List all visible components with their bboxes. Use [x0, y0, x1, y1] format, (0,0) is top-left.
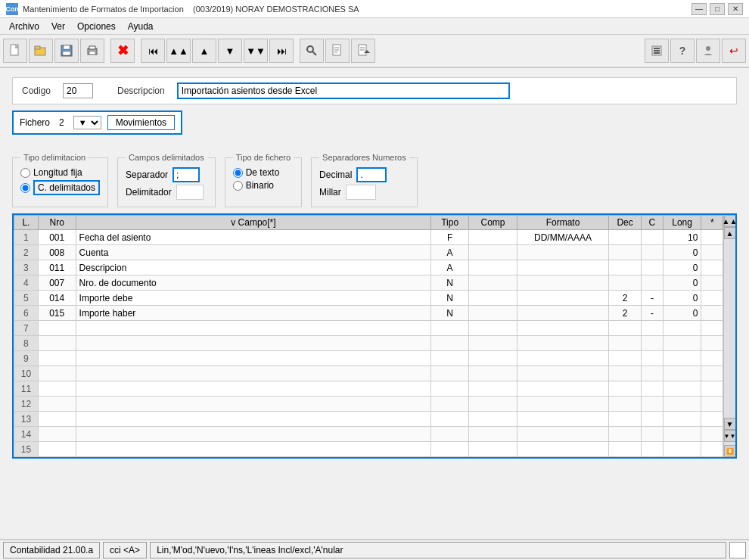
open-button[interactable]: [29, 39, 53, 63]
table-row[interactable]: 3 011 Descripcion A 0: [14, 260, 723, 275]
table-row[interactable]: 7: [14, 321, 723, 336]
table-row[interactable]: 12: [14, 397, 723, 412]
cell-campo: [76, 381, 431, 397]
header-dec: Dec: [609, 216, 642, 230]
menu-opciones[interactable]: Opciones: [71, 20, 122, 33]
scroll-down-mid-button[interactable]: ▼▼: [724, 430, 736, 442]
cell-tipo: [431, 412, 469, 427]
cell-star: [701, 260, 723, 275]
c-delimitados-radio[interactable]: [20, 183, 30, 193]
binario-label[interactable]: Binario: [246, 180, 274, 191]
svg-point-23: [706, 46, 710, 51]
config-button[interactable]: [645, 39, 669, 63]
prev-fast-button[interactable]: ▲▲: [166, 39, 191, 63]
new-doc-button[interactable]: [3, 39, 27, 63]
titlebar: Con Mantenimiento de Formatos de Importa…: [0, 0, 749, 18]
tipo-fichero-legend: Tipo de fichero: [233, 153, 294, 162]
cell-comp: [469, 260, 517, 275]
minimize-button[interactable]: —: [692, 3, 707, 15]
table-row[interactable]: 1 001 Fecha del asiento F DD/MM/AAAA 10: [14, 230, 723, 245]
separador-input[interactable]: [172, 167, 200, 182]
table-wrapper: L. Nro v Campo[*] Tipo Comp Formato Dec …: [14, 215, 735, 457]
last-button[interactable]: ⏭: [269, 39, 294, 63]
cell-star: [701, 336, 723, 351]
cell-tipo: A: [431, 260, 469, 275]
cell-campo: Importe debe: [76, 291, 431, 306]
close-button[interactable]: ✕: [728, 3, 743, 15]
exit-button[interactable]: ↩: [722, 39, 746, 63]
table-row[interactable]: 14: [14, 427, 723, 442]
cell-formato: [517, 412, 609, 427]
table-row[interactable]: 2 008 Cuenta A 0: [14, 245, 723, 260]
cell-comp: [469, 275, 517, 291]
svg-rect-21: [654, 50, 660, 51]
cell-formato: [517, 260, 609, 275]
help-button[interactable]: ?: [670, 39, 695, 63]
restore-button[interactable]: □: [710, 3, 725, 15]
cell-line: 2: [14, 245, 39, 260]
decimal-input[interactable]: [356, 167, 387, 182]
print-button[interactable]: [80, 39, 104, 63]
menu-ver[interactable]: Ver: [45, 20, 71, 33]
next-fast-button[interactable]: ▼▼: [244, 39, 268, 63]
fichero-dropdown[interactable]: ▼: [73, 116, 101, 129]
scroll-up-top-button[interactable]: ▲▲: [724, 215, 736, 227]
first-button[interactable]: ⏮: [141, 39, 165, 63]
delimitador-input[interactable]: [176, 185, 204, 200]
millar-input[interactable]: [346, 185, 376, 200]
cell-formato: [517, 351, 609, 366]
options-area: Tipo delimitacion Longitud fija C. delim…: [12, 153, 737, 207]
descripcion-input[interactable]: [177, 82, 510, 99]
cell-nro: [38, 427, 76, 442]
separador-row: Separador: [126, 167, 207, 182]
de-texto-radio[interactable]: [233, 168, 243, 178]
de-texto-label[interactable]: De texto: [246, 167, 280, 178]
prev-button[interactable]: ▲: [192, 39, 216, 63]
cell-nro: 008: [38, 245, 76, 260]
cell-campo: [76, 351, 431, 366]
menu-archivo[interactable]: Archivo: [3, 20, 45, 33]
cell-line: 7: [14, 321, 39, 336]
table-row[interactable]: 15: [14, 442, 723, 457]
scroll-down-button[interactable]: ▼: [724, 418, 736, 430]
search-button[interactable]: [300, 39, 324, 63]
table-row[interactable]: 6 015 Importe haber N 2 - 0: [14, 306, 723, 321]
table-row[interactable]: 4 007 Nro. de documento N 0: [14, 275, 723, 291]
next-button[interactable]: ▼: [218, 39, 242, 63]
table-row[interactable]: 9: [14, 351, 723, 366]
cell-tipo: N: [431, 291, 469, 306]
scroll-up-button[interactable]: ▲: [724, 227, 736, 239]
cell-c: [642, 412, 663, 427]
c-delimitados-label[interactable]: C. delimitados: [33, 180, 100, 195]
table-row[interactable]: 11: [14, 381, 723, 397]
cell-campo: Descripcion: [76, 260, 431, 275]
cell-nro: 001: [38, 230, 76, 245]
cell-dec: 2: [609, 291, 642, 306]
longitud-fija-label[interactable]: Longitud fija: [33, 167, 82, 178]
cell-dec: [609, 381, 642, 397]
cell-c: [642, 381, 663, 397]
menu-ayuda[interactable]: Ayuda: [122, 20, 160, 33]
header-l: L.: [14, 216, 39, 230]
cell-formato: [517, 291, 609, 306]
codigo-input[interactable]: [63, 83, 93, 98]
cell-comp: [469, 442, 517, 457]
delete-button[interactable]: ✖: [110, 39, 135, 63]
binario-radio[interactable]: [233, 181, 243, 191]
table-row[interactable]: 5 014 Importe debe N 2 - 0: [14, 291, 723, 306]
doc-button[interactable]: [325, 39, 350, 63]
table-row[interactable]: 13: [14, 412, 723, 427]
fichero-section: Fichero 2 ▼ Movimientos: [12, 110, 737, 144]
export-button[interactable]: [351, 39, 375, 63]
user-button[interactable]: [696, 39, 720, 63]
cell-tipo: [431, 366, 469, 381]
scroll-down-fast-button[interactable]: ⏬: [724, 445, 736, 457]
table-row[interactable]: 10: [14, 366, 723, 381]
table-row[interactable]: 8: [14, 336, 723, 351]
longitud-fija-radio[interactable]: [20, 168, 30, 178]
cell-star: [701, 381, 723, 397]
svg-rect-2: [35, 46, 40, 49]
cell-line: 3: [14, 260, 39, 275]
save-button[interactable]: [54, 39, 79, 63]
movimientos-tab[interactable]: Movimientos: [107, 115, 175, 130]
